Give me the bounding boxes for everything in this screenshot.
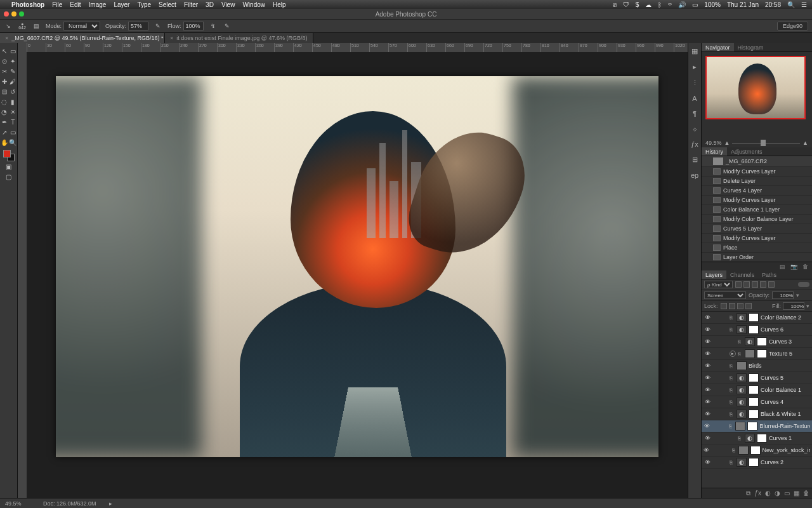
menubar-icon[interactable]: ⛉	[623, 1, 629, 8]
ruler-horizontal[interactable]: 0306090120150180210240270300330360390420…	[27, 43, 688, 52]
dock-panel-icon[interactable]: ep	[691, 171, 698, 179]
blur-tool[interactable]: ◔	[0, 107, 9, 117]
dock-panel-icon[interactable]: A	[692, 95, 697, 102]
delete-layer-icon[interactable]: 🗑	[803, 490, 809, 497]
brush-preset-picker[interactable]: ●642	[18, 22, 27, 30]
screen-mode-icon[interactable]: ▢	[0, 171, 18, 182]
layer-visibility-icon[interactable]: 👁	[704, 423, 711, 429]
type-tool[interactable]: T	[9, 117, 18, 127]
panel-tab-histogram[interactable]: Histogram	[734, 43, 768, 51]
zoom-in-icon[interactable]: ▲	[802, 140, 808, 146]
layer-name[interactable]: Curves 1	[769, 435, 792, 441]
size-pressure-icon[interactable]: ✎	[223, 22, 232, 30]
filter-type-icon[interactable]	[752, 281, 758, 288]
layer-visibility-icon[interactable]: 👁	[704, 399, 711, 405]
lock-all-icon[interactable]	[745, 303, 752, 309]
window-close-button[interactable]	[4, 11, 9, 17]
close-tab-icon[interactable]: ×	[170, 35, 173, 41]
layer-link-icon[interactable]: ⎘	[730, 399, 735, 405]
flow-input[interactable]	[183, 22, 204, 30]
layer-mask-thumbnail[interactable]	[750, 446, 761, 455]
menu-filter[interactable]: Filter	[184, 1, 198, 8]
layer-name[interactable]: Curves 2	[761, 459, 783, 465]
layer-row[interactable]: 👁⎘Curves 3	[702, 336, 812, 348]
layer-name[interactable]: Black & White 1	[761, 411, 801, 417]
brush-panel-toggle-icon[interactable]: ▤	[32, 22, 41, 30]
dock-panel-icon[interactable]: ¶	[693, 110, 697, 117]
layer-mask-thumbnail[interactable]	[757, 434, 767, 443]
layer-visibility-icon[interactable]: 👁	[704, 447, 709, 453]
layer-mask-thumbnail[interactable]	[749, 398, 759, 406]
filter-adjustment-icon[interactable]	[743, 281, 750, 288]
layer-row[interactable]: 👁⎘Color Balance 2	[702, 312, 812, 324]
rectangle-tool[interactable]: ▭	[9, 127, 18, 137]
layer-mask-thumbnail[interactable]	[757, 337, 767, 346]
layer-mask-thumbnail[interactable]	[749, 458, 759, 467]
layer-thumbnail[interactable]	[737, 325, 747, 334]
dock-panel-icon[interactable]: ⟐	[693, 125, 697, 133]
blend-mode-select[interactable]: Normal	[63, 22, 100, 30]
layer-name[interactable]: Curves 4	[761, 399, 783, 405]
opacity-input[interactable]	[128, 22, 148, 30]
layer-mask-thumbnail[interactable]	[749, 325, 759, 334]
layer-row[interactable]: 👁⎘Black & White 1	[702, 408, 812, 420]
create-document-from-state-icon[interactable]: ▤	[780, 264, 785, 270]
path-selection-tool[interactable]: ↗	[0, 127, 9, 137]
layer-thumbnail[interactable]	[737, 385, 747, 394]
menu-view[interactable]: View	[221, 1, 235, 8]
history-state[interactable]: Curves 5 Layer	[702, 224, 812, 233]
lock-transparent-icon[interactable]	[721, 303, 727, 309]
history-state[interactable]: Modify Color Balance Layer	[702, 214, 812, 224]
layer-name[interactable]: New_york_stock_image	[763, 447, 811, 453]
layer-visibility-icon[interactable]: 👁	[704, 326, 711, 333]
menubar-spotlight-icon[interactable]: 🔍	[787, 1, 795, 8]
layer-thumbnail[interactable]	[737, 373, 747, 382]
airbrush-icon[interactable]: ↯	[209, 22, 218, 30]
menubar-dollar-icon[interactable]: $	[636, 1, 639, 8]
menubar-bluetooth-icon[interactable]: ᛒ	[658, 1, 662, 8]
layer-visibility-icon[interactable]: 👁	[704, 411, 711, 417]
history-state[interactable]: Modify Curves Layer	[702, 166, 812, 176]
layer-thumbnail[interactable]	[745, 349, 755, 358]
new-fill-adjustment-icon[interactable]: ◑	[775, 490, 780, 497]
link-layers-icon[interactable]: ⧉	[746, 490, 750, 497]
dodge-tool[interactable]: ☀	[9, 107, 18, 117]
layer-mask-thumbnail[interactable]	[749, 313, 759, 322]
layer-row[interactable]: 👁⎘Curves 4	[702, 396, 812, 408]
history-state[interactable]: Place	[702, 243, 812, 252]
ruler-origin[interactable]	[18, 43, 27, 52]
eraser-tool[interactable]: ◌	[0, 97, 9, 107]
layer-filter-toggle[interactable]	[798, 282, 809, 287]
layer-thumbnail[interactable]	[745, 434, 755, 443]
menu-edit[interactable]: Edit	[70, 1, 81, 8]
panel-tab-adjustments[interactable]: Adjustments	[727, 147, 766, 156]
navigator-zoom-slider[interactable]	[732, 140, 800, 146]
ruler-vertical[interactable]	[18, 52, 27, 498]
layer-name[interactable]: Curves 3	[769, 338, 792, 345]
layer-name[interactable]: Blurred-Rain-Texture	[759, 423, 810, 429]
layer-row[interactable]: 👁⎘Blurred-Rain-Texture	[702, 420, 812, 432]
layer-link-icon[interactable]: ⎘	[738, 436, 743, 441]
history-state[interactable]: Color Balance 1 Layer	[702, 204, 812, 214]
new-group-icon[interactable]: ▭	[784, 490, 790, 497]
lock-image-icon[interactable]	[729, 303, 735, 309]
layer-thumbnail[interactable]	[737, 458, 747, 467]
layer-thumbnail[interactable]	[737, 361, 747, 370]
layer-name[interactable]: Color Balance 2	[761, 314, 801, 321]
smart-filter-toggle-icon[interactable]: ▸	[730, 351, 736, 357]
status-info-arrow-icon[interactable]: ▸	[109, 500, 112, 507]
layer-row[interactable]: 👁⎘Curves 2	[702, 457, 812, 469]
status-doc-info[interactable]: Doc: 126.0M/632.0M	[43, 500, 96, 507]
menu-3d[interactable]: 3D	[206, 1, 214, 8]
layer-link-icon[interactable]: ⎘	[730, 460, 735, 465]
healing-brush-tool[interactable]: ✚	[0, 76, 9, 86]
history-brush-tool[interactable]: ↺	[9, 86, 18, 97]
layer-thumbnail[interactable]	[737, 313, 747, 322]
tool-preset-icon[interactable]: ↘	[4, 22, 13, 30]
layer-link-icon[interactable]: ⎘	[730, 411, 735, 417]
menu-file[interactable]: File	[52, 1, 62, 8]
zoom-tool[interactable]: 🔍	[9, 137, 18, 147]
navigator-zoom-value[interactable]: 49.5%	[705, 140, 722, 146]
layer-thumbnail[interactable]	[737, 410, 747, 418]
panel-tab-paths[interactable]: Paths	[758, 271, 780, 279]
